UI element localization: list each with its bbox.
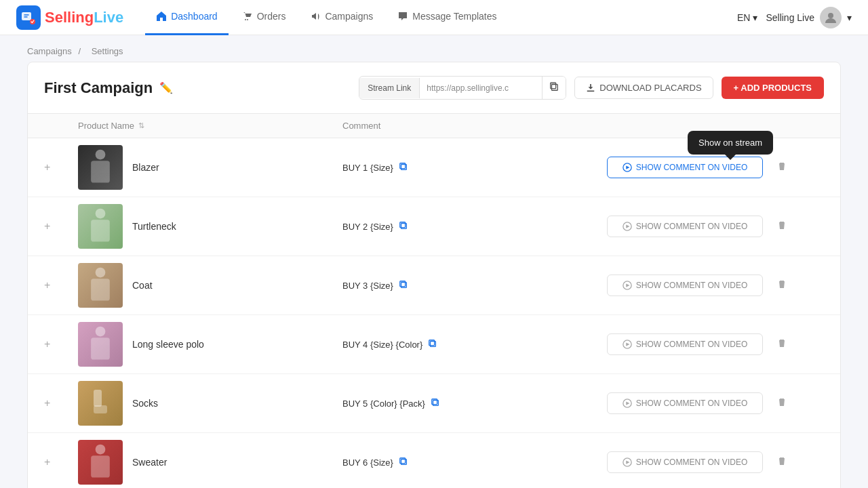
copy-comment-icon-1[interactable] (399, 162, 408, 174)
actions-cell-6: SHOW COMMENT ON VIDEO (607, 451, 797, 473)
comment-text-6: BUY 6 {Size} (342, 458, 393, 468)
product-cell-2: Turtleneck (78, 204, 342, 249)
stream-link-field: Stream Link (359, 76, 566, 100)
stream-link-input[interactable] (420, 78, 542, 98)
sort-icon[interactable]: ⇅ (138, 121, 144, 130)
delete-product-btn-1[interactable] (771, 158, 793, 177)
chat-icon (397, 11, 408, 22)
svg-marker-10 (626, 165, 629, 169)
delete-product-btn-6[interactable] (771, 453, 793, 472)
product-cell-6: Sweater (78, 440, 342, 485)
table-row: + Socks BUY 5 {Color} {Pack} (28, 374, 840, 433)
copy-comment-icon-4[interactable] (428, 339, 437, 350)
product-image-turtleneck (78, 204, 123, 249)
row-expand-1[interactable]: + (44, 161, 78, 174)
row-expand-5[interactable]: + (44, 397, 78, 409)
show-comment-btn-6[interactable]: SHOW COMMENT ON VIDEO (607, 451, 763, 473)
trash-icon (776, 220, 787, 230)
home-icon (156, 11, 167, 22)
download-icon (586, 83, 595, 93)
header-actions: Stream Link DOWNLOAD PLACARDS + ADD PROD… (359, 76, 824, 100)
svg-rect-24 (91, 338, 110, 359)
trash-icon (776, 279, 787, 289)
svg-marker-16 (626, 224, 629, 228)
nav-dashboard[interactable]: Dashboard (145, 0, 229, 35)
svg-point-17 (96, 268, 106, 278)
main-nav: Dashboard Orders Campaigns Message Templ… (145, 0, 737, 35)
comment-text-2: BUY 2 {Size} (342, 222, 393, 232)
product-image-socks (78, 381, 123, 426)
copy-comment-icon-5[interactable] (431, 398, 440, 409)
col-comment: Comment (342, 121, 607, 131)
svg-rect-0 (22, 12, 31, 20)
svg-rect-36 (91, 455, 110, 477)
copy-link-button[interactable] (542, 77, 566, 99)
download-placards-button[interactable]: DOWNLOAD PLACARDS (574, 77, 713, 99)
add-products-button[interactable]: + ADD PRODUCTS (722, 77, 824, 99)
nav-message-templates[interactable]: Message Templates (387, 0, 507, 35)
svg-marker-34 (626, 401, 629, 405)
row-expand-3[interactable]: + (44, 279, 78, 291)
table-row: + Long sleeve polo BUY 4 {Size} {Color} (28, 315, 840, 374)
product-name-5: Socks (132, 398, 158, 409)
comment-cell-1: BUY 1 {Size} (342, 162, 607, 174)
copy-comment-icon-6[interactable] (399, 457, 408, 468)
copy-comment-icon-3[interactable] (399, 280, 408, 291)
show-comment-btn-5[interactable]: SHOW COMMENT ON VIDEO (607, 392, 763, 414)
comment-cell-2: BUY 2 {Size} (342, 221, 607, 232)
delete-product-btn-3[interactable] (771, 276, 793, 295)
row-expand-6[interactable]: + (44, 456, 78, 468)
comment-cell-6: BUY 6 {Size} (342, 457, 607, 468)
play-circle-icon (623, 222, 632, 231)
trash-icon (776, 455, 787, 466)
product-name-2: Turtleneck (132, 221, 176, 232)
row-expand-2[interactable]: + (44, 220, 78, 232)
campaign-title-area: First Campaign ✏️ (44, 79, 173, 97)
logo-icon (16, 5, 41, 30)
app-header: SellingLive Dashboard Orders Campaigns M… (0, 0, 868, 35)
show-comment-btn-4[interactable]: SHOW COMMENT ON VIDEO (607, 333, 763, 355)
breadcrumb: Campaigns / Settings (0, 35, 868, 62)
nav-campaigns[interactable]: Campaigns (299, 0, 384, 35)
svg-marker-40 (626, 460, 629, 464)
campaign-card: First Campaign ✏️ Add this link at the e… (27, 62, 841, 488)
language-selector[interactable]: EN ▾ (737, 12, 757, 23)
product-image-coat (78, 263, 123, 308)
svg-rect-6 (91, 161, 110, 182)
campaign-title: First Campaign (44, 79, 153, 97)
comment-text-3: BUY 3 {Size} (342, 281, 393, 291)
svg-point-11 (96, 209, 106, 219)
header-right: EN ▾ Selling Live ▾ (737, 7, 852, 28)
campaign-header: First Campaign ✏️ Add this link at the e… (28, 62, 840, 114)
logo[interactable]: SellingLive (16, 5, 123, 30)
product-cell-3: Coat (78, 263, 342, 308)
show-comment-btn-2[interactable]: SHOW COMMENT ON VIDEO (607, 216, 763, 237)
actions-cell-1: SHOW COMMENT ON VIDEO (607, 157, 797, 178)
product-name-6: Sweater (132, 457, 167, 468)
svg-point-35 (96, 445, 106, 455)
table-row: + Blazer BUY 1 {Size} (28, 138, 840, 197)
show-comment-btn-3[interactable]: SHOW COMMENT ON VIDEO (607, 274, 763, 296)
trash-icon (776, 396, 787, 407)
comment-cell-3: BUY 3 {Size} (342, 280, 607, 291)
actions-cell-5: SHOW COMMENT ON VIDEO (607, 392, 797, 414)
nav-orders[interactable]: Orders (231, 0, 297, 35)
breadcrumb-campaigns[interactable]: Campaigns (27, 46, 72, 56)
megaphone-icon (310, 11, 321, 22)
play-circle-icon (623, 163, 632, 172)
svg-rect-12 (91, 220, 110, 241)
show-comment-btn-1[interactable]: SHOW COMMENT ON VIDEO (607, 157, 763, 178)
table-row: + Sweater BUY 6 {Size} (28, 433, 840, 488)
copy-comment-icon-2[interactable] (399, 221, 408, 232)
user-menu[interactable]: Selling Live ▾ (766, 7, 852, 28)
product-name-3: Coat (132, 280, 153, 291)
edit-icon[interactable]: ✏️ (159, 81, 173, 94)
trash-icon (776, 161, 787, 171)
svg-rect-18 (91, 279, 110, 300)
copy-icon (549, 82, 559, 92)
delete-product-btn-2[interactable] (771, 217, 793, 236)
row-expand-4[interactable]: + (44, 338, 78, 350)
delete-product-btn-4[interactable] (771, 335, 793, 354)
delete-product-btn-5[interactable] (771, 394, 793, 413)
svg-point-2 (828, 13, 833, 18)
